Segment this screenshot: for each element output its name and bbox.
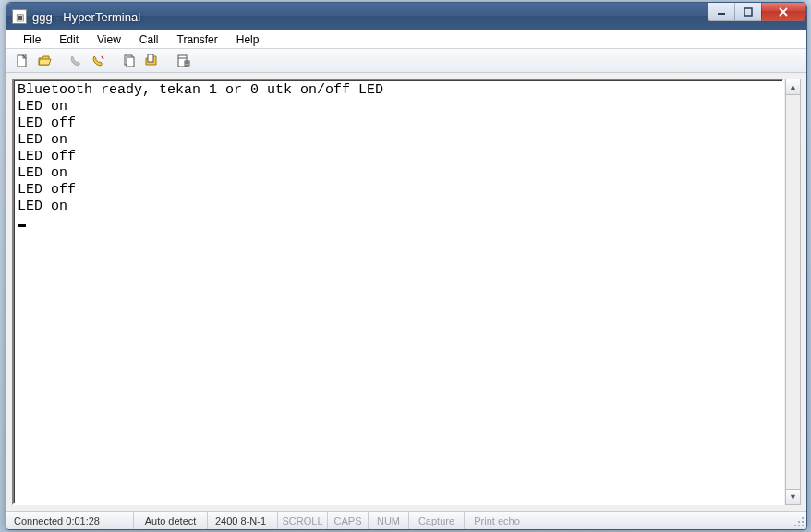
resize-grip-icon xyxy=(793,516,805,527)
window-title: ggg - HyperTerminal xyxy=(32,10,140,24)
status-connection: Connected 0:01:28 xyxy=(6,512,134,529)
terminal-line: LED on xyxy=(18,99,67,115)
open-button[interactable] xyxy=(34,52,54,70)
menu-view[interactable]: View xyxy=(88,31,130,48)
status-num: NUM xyxy=(369,512,409,529)
status-scroll: SCROLL xyxy=(278,512,328,529)
svg-point-16 xyxy=(798,525,800,526)
svg-rect-1 xyxy=(744,8,752,16)
window-controls xyxy=(708,3,805,21)
status-detect: Auto detect xyxy=(134,512,208,529)
terminal-line: LED on xyxy=(18,165,67,181)
svg-point-17 xyxy=(802,525,804,526)
toolbar xyxy=(6,49,806,73)
svg-point-12 xyxy=(802,517,804,519)
toolbar-separator xyxy=(110,52,117,70)
minimize-button[interactable] xyxy=(708,3,735,21)
status-capture: Capture xyxy=(409,512,465,529)
menu-transfer[interactable]: Transfer xyxy=(168,31,227,48)
properties-button[interactable] xyxy=(173,52,193,70)
send-icon xyxy=(122,54,137,68)
new-file-icon xyxy=(15,54,30,68)
receive-icon xyxy=(144,54,159,68)
svg-point-13 xyxy=(798,521,800,523)
app-window: ▣ ggg - HyperTerminal File Edit View Cal… xyxy=(6,2,807,530)
new-file-button[interactable] xyxy=(12,52,32,70)
terminal-area: Bluetooth ready, tekan 1 or 0 utk on/off… xyxy=(6,73,806,511)
app-icon: ▣ xyxy=(12,9,27,24)
menu-help[interactable]: Help xyxy=(227,31,269,48)
terminal-line: LED on xyxy=(18,132,67,148)
close-button[interactable] xyxy=(761,3,805,21)
terminal-line: LED off xyxy=(18,149,76,164)
call-button[interactable] xyxy=(66,52,86,70)
receive-button[interactable] xyxy=(141,52,162,70)
open-folder-icon xyxy=(37,54,52,68)
status-caps: CAPS xyxy=(328,512,369,529)
toolbar-separator xyxy=(56,52,64,70)
scroll-up-button[interactable]: ▲ xyxy=(786,79,800,95)
svg-point-14 xyxy=(802,521,804,523)
terminal-line: LED off xyxy=(18,182,76,198)
cursor-icon xyxy=(18,224,26,227)
send-button[interactable] xyxy=(119,52,139,70)
terminal-line: LED on xyxy=(18,199,67,214)
toolbar-separator xyxy=(163,52,171,70)
svg-line-3 xyxy=(102,56,103,59)
maximize-button[interactable] xyxy=(734,3,762,21)
menu-file[interactable]: File xyxy=(14,31,50,48)
scroll-down-button[interactable]: ▼ xyxy=(786,489,800,504)
terminal-output[interactable]: Bluetooth ready, tekan 1 or 0 utk on/off… xyxy=(12,79,784,505)
terminal-line: Bluetooth ready, tekan 1 or 0 utk on/off… xyxy=(18,82,383,98)
svg-point-15 xyxy=(794,525,796,526)
resize-grip[interactable] xyxy=(790,512,806,529)
properties-icon xyxy=(176,54,190,68)
svg-rect-5 xyxy=(127,57,134,66)
titlebar[interactable]: ▣ ggg - HyperTerminal xyxy=(6,3,806,30)
call-icon xyxy=(68,54,83,68)
hangup-icon xyxy=(91,54,105,68)
hangup-button[interactable] xyxy=(88,52,108,70)
terminal-line: LED off xyxy=(18,115,76,131)
svg-rect-0 xyxy=(718,13,725,15)
svg-rect-6 xyxy=(148,54,153,62)
status-print-echo: Print echo xyxy=(465,512,529,529)
status-line-settings: 2400 8-N-1 xyxy=(208,512,278,529)
menubar: File Edit View Call Transfer Help xyxy=(6,30,806,49)
menu-edit[interactable]: Edit xyxy=(50,31,88,48)
statusbar: Connected 0:01:28 Auto detect 2400 8-N-1… xyxy=(6,511,806,529)
menu-call[interactable]: Call xyxy=(130,31,168,48)
vertical-scrollbar[interactable]: ▲ ▼ xyxy=(785,79,801,505)
